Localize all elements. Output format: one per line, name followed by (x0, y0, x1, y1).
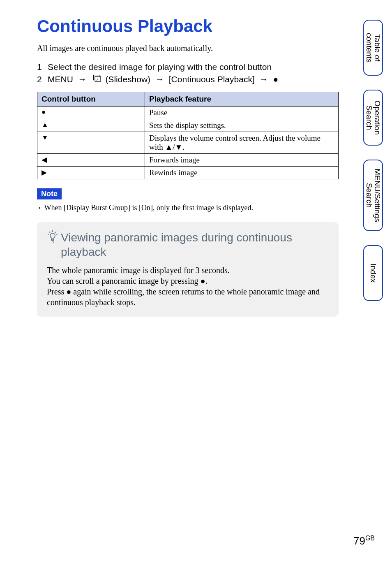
tab-label: Index (369, 264, 377, 283)
note-label: Note (37, 188, 62, 199)
down-button-icon: ▼ (37, 132, 145, 154)
table-row: ▼ Displays the volume control screen. Ad… (37, 132, 339, 154)
note-text: • When [Display Burst Group] is [On], on… (39, 204, 367, 212)
table-cell: Sets the display settings. (145, 119, 339, 132)
svg-line-4 (49, 232, 50, 233)
slideshow-icon: ♪ (93, 74, 104, 84)
table-cell: Rewinds image (145, 167, 339, 179)
up-down-icon: ▲/▼. (165, 143, 185, 151)
table-header-control-button: Control button (37, 92, 145, 107)
table-cell: Displays the volume control screen. Adju… (145, 132, 339, 154)
table-row: ▲ Sets the display settings. (37, 119, 339, 132)
table-row: ● Pause (37, 107, 339, 119)
svg-point-8 (50, 233, 55, 238)
arrow-icon: → (78, 74, 87, 84)
page-suffix: GB (365, 535, 375, 542)
table-row: ▶ Rewinds image (37, 167, 339, 179)
arrow-icon: → (260, 74, 268, 84)
table-header-playback-feature: Playback feature (145, 92, 339, 107)
tab-label: Table ofcontents (365, 33, 381, 63)
step-2: 2 MENU → ♪ (Slideshow) → [Continuous Pla… (37, 74, 367, 84)
intro-text: All images are continuous played back au… (37, 44, 367, 53)
tip-box: Viewing panoramic images during continuo… (37, 222, 339, 317)
tab-menu-settings-search[interactable]: MENU/SettingsSearch (363, 160, 383, 231)
center-button-icon: ● (273, 74, 278, 84)
step-number: 1 (37, 62, 48, 72)
tab-label: MENU/SettingsSearch (365, 169, 381, 222)
tab-table-of-contents[interactable]: Table ofcontents (363, 20, 383, 76)
side-tabs: Table ofcontents OperationSearch MENU/Se… (363, 20, 383, 301)
up-button-icon: ▲ (37, 119, 145, 132)
table-cell: Pause (145, 107, 339, 119)
table-row: ◀ Forwards image (37, 154, 339, 167)
table-cell: Forwards image (145, 154, 339, 167)
step-text: MENU → ♪ (Slideshow) → [Continuous Playb… (48, 74, 367, 84)
tab-label: OperationSearch (365, 100, 381, 134)
page-number: 79GB (353, 535, 375, 547)
tab-operation-search[interactable]: OperationSearch (363, 90, 383, 146)
center-button-icon: ● (37, 107, 145, 119)
page-title: Continuous Playback (37, 16, 367, 36)
controls-table: Control button Playback feature ● Pause … (37, 92, 339, 179)
arrow-icon: → (155, 74, 164, 84)
continuous-playback-label: [Continuous Playback] (169, 74, 255, 84)
tip-title: Viewing panoramic images during continuo… (61, 230, 329, 259)
left-button-icon: ◀ (37, 154, 145, 167)
tip-line: Press ● again while scrolling, the scree… (47, 286, 329, 308)
tip-line: The whole panoramic image is displayed f… (47, 265, 329, 276)
menu-label: MENU (48, 74, 73, 84)
slideshow-label: (Slideshow) (105, 74, 150, 84)
tip-body: The whole panoramic image is displayed f… (47, 265, 329, 308)
step-1: 1 Select the desired image for playing w… (37, 62, 367, 72)
tip-icon (47, 230, 58, 246)
step-text: Select the desired image for playing wit… (48, 62, 367, 72)
svg-text:♪: ♪ (96, 77, 98, 81)
svg-line-5 (55, 232, 56, 233)
right-button-icon: ▶ (37, 167, 145, 179)
bullet-icon: • (39, 205, 41, 211)
step-number: 2 (37, 74, 48, 84)
tab-index[interactable]: Index (363, 245, 383, 301)
tip-line: You can scroll a panoramic image by pres… (47, 276, 329, 286)
